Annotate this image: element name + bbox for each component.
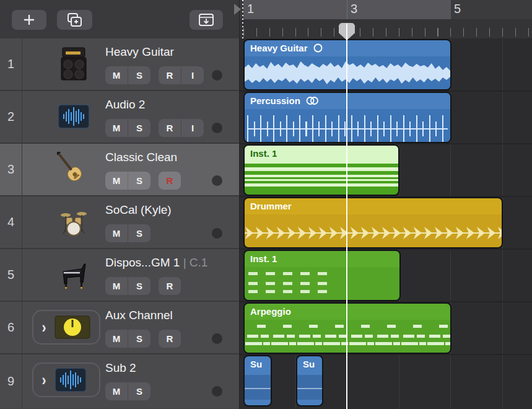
ruler-beat-strip[interactable]: [240, 19, 532, 38]
playhead-line[interactable]: [346, 24, 347, 409]
project-start-dotted-line: [242, 0, 243, 38]
track-row-sub-2[interactable]: 9 › Sub 2 M S: [0, 354, 239, 408]
record-enable-button[interactable]: R: [159, 119, 181, 137]
region-inst-1-selected[interactable]: Inst. 1: [243, 144, 399, 196]
record-enable-button[interactable]: R: [159, 330, 181, 348]
mute-solo-buttons: M S: [105, 172, 150, 190]
duplicate-track-icon: [67, 12, 83, 27]
track-row-aux-channel[interactable]: 6 › Aux Channel M S R: [0, 302, 239, 354]
record-enable-button-armed[interactable]: R: [159, 172, 181, 190]
track-header-panel: 1 Heavy Guitar M S R: [0, 0, 240, 409]
track-level-dot: [212, 333, 222, 344]
double-circle-icon: [306, 96, 319, 105]
track-row-classic-clean[interactable]: 3 Classic Clean M S: [0, 144, 239, 196]
mute-solo-buttons: M S: [105, 224, 150, 242]
record-enable-button[interactable]: R: [159, 277, 181, 295]
region-label: Heavy Guitar: [250, 43, 308, 53]
track-number: 6: [0, 302, 22, 353]
solo-button[interactable]: S: [128, 66, 150, 84]
track-level-dot: [212, 228, 222, 239]
track-name[interactable]: Heavy Guitar: [105, 45, 174, 59]
guitar-amp-icon[interactable]: [57, 46, 90, 82]
mute-button[interactable]: M: [105, 382, 128, 400]
record-enable-button[interactable]: R: [159, 66, 181, 84]
track-name[interactable]: Classic Clean: [105, 151, 177, 164]
electric-guitar-icon[interactable]: [57, 151, 90, 187]
track-row-disposable-piano[interactable]: 5 Dispos...GM 1 | C.1 M S: [0, 249, 239, 302]
drum-kit-icon[interactable]: [57, 204, 90, 240]
ruler-bar-strip[interactable]: 1 3 5: [240, 0, 532, 19]
track-name[interactable]: SoCal (Kyle): [105, 203, 172, 217]
bar-ruler[interactable]: 1 3 5: [240, 0, 532, 38]
track-stack-container: ›: [32, 363, 100, 397]
region-su-2[interactable]: Su: [296, 355, 323, 407]
add-track-button[interactable]: [12, 10, 46, 30]
solo-button[interactable]: S: [128, 382, 150, 400]
disclosure-chevron-icon[interactable]: ›: [33, 371, 55, 389]
audio-waveform: [245, 58, 450, 89]
solo-button[interactable]: S: [128, 172, 150, 190]
track-row-heavy-guitar[interactable]: 1 Heavy Guitar M S R: [0, 38, 239, 91]
record-input-buttons: R I: [159, 119, 204, 137]
track-row-audio-2[interactable]: 2 Audio 2 M S: [0, 91, 239, 144]
mute-button[interactable]: M: [105, 330, 128, 348]
track-header-options-button[interactable]: [190, 10, 223, 30]
region-arpeggio[interactable]: Arpeggio: [243, 302, 451, 354]
region-heavy-guitar[interactable]: Heavy Guitar: [243, 39, 451, 90]
mute-button[interactable]: M: [105, 119, 128, 137]
bar-number-1: 1: [247, 2, 254, 16]
mute-button[interactable]: M: [105, 224, 128, 242]
region-label: Inst. 1: [250, 148, 277, 159]
mute-button[interactable]: M: [105, 66, 128, 84]
region-label: Drummer: [250, 201, 292, 211]
disclosure-chevron-icon[interactable]: ›: [33, 318, 55, 336]
audio-centerline: [247, 128, 448, 130]
track-name-suffix: | C.1: [183, 256, 208, 269]
project-start-arrow-icon: [234, 4, 241, 15]
solo-button[interactable]: S: [128, 119, 150, 137]
loop-circle-icon: [313, 43, 323, 53]
region-percussion[interactable]: Percussion: [243, 92, 451, 143]
track-name[interactable]: Aux Channel: [105, 309, 173, 322]
track-number: 1: [0, 38, 22, 90]
track-level-dot: [212, 175, 222, 186]
bar-3-gridline: [347, 0, 347, 19]
box-down-arrow-icon: [198, 13, 214, 27]
region-su-1[interactable]: Su: [243, 355, 272, 407]
track-row-socal-kyle[interactable]: 4 SoCal (Kyle) M S: [0, 196, 239, 249]
audio-waveform-icon[interactable]: [57, 99, 90, 134]
record-buttons: R: [159, 277, 181, 295]
mute-solo-buttons: M S: [105, 330, 150, 348]
knob-icon[interactable]: [55, 315, 90, 339]
midi-notes: [245, 271, 399, 298]
track-level-dot: [212, 123, 222, 133]
track-stack-container: ›: [32, 310, 100, 345]
region-drummer[interactable]: Drummer: [243, 197, 503, 248]
audio-waveform-icon[interactable]: [55, 367, 87, 392]
midi-note-bar: [245, 179, 398, 181]
region-inst-1[interactable]: Inst. 1: [243, 250, 401, 301]
midi-note-bar: [245, 167, 398, 171]
solo-button[interactable]: S: [128, 224, 150, 242]
track-name[interactable]: Dispos...GM 1 | C.1: [105, 256, 207, 270]
track-number: 9: [0, 354, 22, 408]
region-label: Percussion: [250, 95, 300, 106]
mute-button[interactable]: M: [105, 172, 128, 190]
mute-solo-buttons: M S: [105, 66, 150, 84]
track-name[interactable]: Audio 2: [105, 98, 145, 112]
mute-button[interactable]: M: [105, 277, 128, 295]
input-monitor-button[interactable]: I: [181, 119, 204, 137]
track-name[interactable]: Sub 2: [105, 361, 136, 375]
record-input-buttons: R I: [159, 66, 204, 84]
mute-solo-buttons: M S: [105, 119, 150, 137]
midi-note-bar: [245, 183, 398, 187]
solo-button[interactable]: S: [128, 330, 150, 348]
midi-notes: [245, 322, 450, 352]
region-label: Arpeggio: [250, 306, 291, 317]
grand-piano-icon[interactable]: [57, 257, 90, 292]
solo-button[interactable]: S: [128, 277, 150, 295]
duplicate-track-button[interactable]: [57, 10, 92, 30]
record-buttons: R: [159, 172, 181, 190]
arrange-area[interactable]: Heavy Guitar Percussion: [240, 38, 532, 409]
input-monitor-button[interactable]: I: [181, 66, 204, 84]
